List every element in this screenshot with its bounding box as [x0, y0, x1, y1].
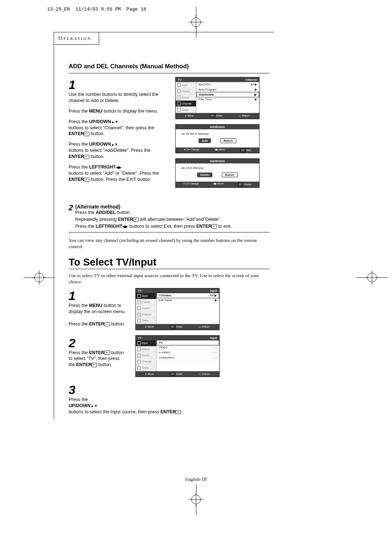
section2-title: To Select TV/Input: [69, 256, 270, 268]
enter-icon: ↵: [133, 218, 139, 222]
channel-icon: [177, 102, 181, 105]
osd-channel-menu: TVChannel Input Picture Sound Channel Se…: [175, 77, 260, 119]
step1-num: 1: [69, 78, 167, 91]
enter-icon: ↵: [212, 224, 217, 228]
section-header: Operation: [54, 32, 99, 45]
enter-icon: ↵: [105, 351, 110, 355]
left-right-icon: ◀▶: [122, 224, 128, 228]
print-header: 13-29_EN 11/14/03 9:56 PM Page 18: [47, 7, 146, 12]
osd-tab-sound: Sound: [176, 94, 196, 101]
step2-3-num: 3: [69, 384, 270, 396]
section1-note: You can view any channel (including an e…: [69, 238, 270, 250]
up-down-icon: ▲▼: [111, 142, 118, 146]
osd-input-menu-2: TVInput Input Picture Sound Channel Setu…: [135, 335, 220, 377]
osd-tab-picture: Picture: [176, 88, 196, 94]
up-down-icon: ▲▼: [111, 120, 118, 124]
section2-intro: Use to select TV or other external input…: [69, 273, 270, 285]
crop-mark-right: [356, 273, 388, 282]
left-right-icon: ◀▶: [116, 165, 122, 169]
step2-2-text: Press the ENTER↵ button to select "TV", …: [69, 350, 127, 368]
crop-mark-bottom: [191, 484, 201, 515]
alternate-method: 2 (Alternate method) Press the ADD/DEL b…: [69, 204, 270, 230]
enter-hint: ↵ Enter: [210, 114, 222, 118]
setup-icon: [177, 108, 181, 112]
up-down-icon: ▲▼: [90, 404, 98, 408]
osd-tab-input: Input: [176, 82, 196, 88]
content-frame: Operation ADD and DEL Channels (Manual M…: [54, 32, 274, 420]
step2-1-num: 1: [69, 289, 127, 302]
osd-add-delete-del: Add/Delete Air 22 in Memory Delete Retur…: [175, 158, 260, 188]
add-button: Add: [199, 138, 211, 143]
osd-tab-channel: Channel: [176, 101, 196, 107]
step1-p5: Press the LEFT/RIGHT◀▶ buttons to select…: [69, 164, 167, 183]
return-hint: ▭ Return: [238, 114, 250, 118]
input-icon: [177, 83, 181, 87]
crop-mark-left: [24, 273, 55, 282]
osd-tab-input: Input: [136, 293, 156, 299]
osd-add-delete-add: Add/Delete Air 22 Not in Memory Add Retu…: [175, 124, 260, 154]
step1-p2: Press the MENU button to display the men…: [69, 108, 167, 114]
osd-input-menu-1: TVInput Input Picture Sound Channel Setu…: [135, 288, 220, 330]
step2-2-num: 2: [69, 337, 127, 349]
enter-icon: ↵: [105, 322, 110, 327]
delete-button: Delete: [197, 173, 212, 177]
enter-icon: ↵: [91, 363, 97, 367]
step1-p4: Press the UP/DOWN▲▼ buttons to select "A…: [69, 141, 167, 160]
step2-3-text: Press the UP/DOWN▲▼ buttons to select th…: [69, 397, 270, 415]
enter-icon: ↵: [84, 155, 89, 159]
step2-1-text: Press the MENU button to display the on-…: [69, 303, 127, 327]
move-hint: ♦ Move: [185, 114, 194, 118]
sound-icon: [177, 96, 181, 99]
section1-title: ADD and DEL Channels (Manual Method): [69, 63, 270, 70]
picture-icon: [177, 89, 181, 93]
return-button: Return: [222, 173, 238, 177]
step1-p3: Press the UP/DOWN▲▼ buttons to select "C…: [69, 119, 167, 137]
enter-icon: ↵: [176, 410, 181, 414]
osd-tab-setup: Setup: [176, 107, 196, 113]
enter-icon: ↵: [84, 132, 89, 136]
return-button: Return: [220, 138, 236, 143]
enter-icon: ↵: [84, 178, 89, 182]
page-footer: English-18: [185, 476, 207, 482]
step1-p1: Use the number buttons to directly selec…: [69, 92, 167, 104]
